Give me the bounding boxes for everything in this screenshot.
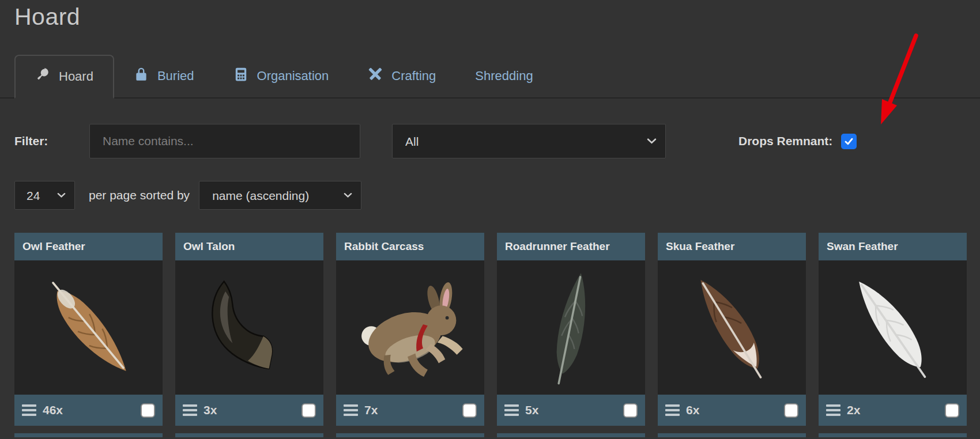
tab-label: Crafting (391, 69, 436, 84)
feather-art (517, 267, 626, 389)
item-image-roadrunner-feather[interactable] (497, 260, 645, 395)
item-select-checkbox[interactable] (462, 403, 477, 418)
item-name: Skua Feather (658, 233, 806, 260)
next-row-card (336, 433, 484, 437)
next-row-card (175, 433, 323, 437)
feather-art (29, 265, 148, 391)
feather-art (673, 265, 791, 391)
item-image-owl-talon[interactable] (175, 260, 323, 395)
item-image-swan-feather[interactable] (819, 260, 967, 395)
item-select-checkbox[interactable] (623, 403, 638, 418)
name-filter-input[interactable] (89, 124, 360, 158)
item-image-owl-feather[interactable] (14, 260, 163, 395)
item-card-swan-feather: Swan Feather 2x (819, 233, 967, 426)
tab-label: Buried (157, 69, 194, 84)
drumstick-icon (35, 67, 50, 86)
check-icon (843, 136, 854, 147)
tab-buried[interactable]: Buried (114, 55, 214, 97)
filter-label: Filter: (14, 134, 89, 148)
item-card-rabbit-carcass: Rabbit Carcass 7x (336, 233, 484, 426)
item-footer: 5x (497, 395, 645, 426)
per-page-text: per page sorted by (89, 188, 190, 202)
drops-remnant-group: Drops Remnant: (738, 134, 857, 149)
drops-remnant-label: Drops Remnant: (738, 134, 832, 148)
rabbit-art (345, 271, 475, 384)
tab-label: Hoard (59, 69, 93, 84)
item-name: Owl Feather (14, 233, 163, 260)
next-row-card (14, 433, 163, 437)
item-image-rabbit-carcass[interactable] (336, 260, 484, 395)
details-icon[interactable] (504, 404, 519, 416)
item-grid: Owl Feather 46x Owl Talon (14, 233, 980, 426)
next-row-card (819, 433, 967, 437)
item-quantity: 3x (203, 403, 217, 417)
item-name: Roadrunner Feather (497, 233, 645, 260)
item-select-checkbox[interactable] (945, 403, 959, 418)
item-card-skua-feather: Skua Feather 6x (658, 233, 806, 426)
tools-icon (368, 67, 383, 85)
lock-icon (134, 67, 149, 85)
item-name: Owl Talon (175, 233, 323, 260)
item-name: Swan Feather (819, 233, 967, 260)
talon-art (193, 270, 306, 385)
item-select-checkbox[interactable] (301, 403, 316, 418)
tab-label: Organisation (257, 69, 329, 84)
details-icon[interactable] (826, 404, 840, 416)
item-image-skua-feather[interactable] (658, 260, 806, 395)
tab-crafting[interactable]: Crafting (348, 55, 455, 97)
sort-select[interactable]: name (ascending) (199, 181, 361, 210)
item-card-roadrunner-feather: Roadrunner Feather 5x (497, 233, 645, 426)
filter-row: Filter: All Drops Remnant: (14, 124, 980, 158)
details-icon[interactable] (22, 404, 36, 416)
page-title: Hoard (14, 3, 980, 31)
item-footer: 2x (819, 395, 967, 426)
per-page-row: 24 per page sorted by name (ascending) (14, 181, 980, 210)
tab-bar: Hoard Buried Organisation Crafting Shred… (0, 55, 980, 99)
item-select-checkbox[interactable] (784, 403, 798, 418)
tab-organisation[interactable]: Organisation (214, 55, 349, 97)
item-footer: 7x (336, 395, 484, 426)
item-card-owl-talon: Owl Talon 3x (175, 233, 323, 426)
item-quantity: 6x (686, 403, 699, 417)
next-row-partial (14, 433, 980, 437)
calculator-icon (233, 67, 248, 85)
feather-art (834, 265, 952, 391)
item-footer: 3x (175, 395, 323, 426)
item-select-checkbox[interactable] (141, 403, 155, 418)
drops-remnant-checkbox[interactable] (841, 134, 857, 149)
per-page-select[interactable]: 24 (14, 181, 75, 210)
item-card-owl-feather: Owl Feather 46x (14, 233, 163, 426)
item-quantity: 5x (525, 403, 538, 417)
details-icon[interactable] (344, 404, 358, 416)
item-name: Rabbit Carcass (336, 233, 484, 260)
item-footer: 46x (14, 395, 163, 426)
item-footer: 6x (658, 395, 806, 426)
tab-hoard[interactable]: Hoard (14, 55, 114, 99)
details-icon[interactable] (183, 404, 197, 416)
category-select[interactable]: All (392, 124, 666, 158)
item-quantity: 7x (364, 403, 378, 417)
details-icon[interactable] (665, 404, 680, 416)
next-row-card (497, 433, 645, 437)
next-row-card (658, 433, 806, 437)
item-quantity: 46x (43, 403, 63, 417)
tab-shredding[interactable]: Shredding (455, 55, 552, 97)
item-quantity: 2x (847, 403, 860, 417)
tab-label: Shredding (475, 69, 533, 84)
